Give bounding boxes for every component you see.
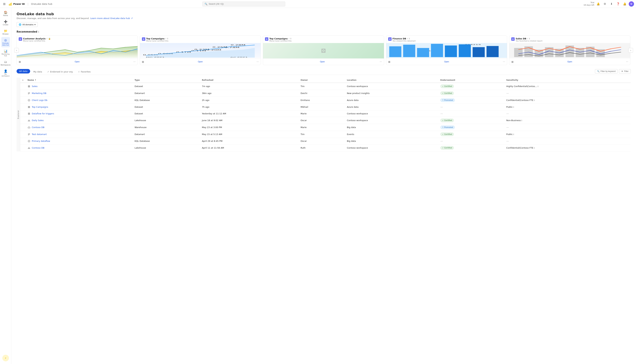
learn-more-link[interactable]: Learn more about OneLake data hub	[90, 17, 130, 20]
open-top-campaigns-2-button[interactable]: Open	[319, 60, 326, 64]
type-cell: Dataset	[133, 110, 200, 117]
breadcrumb-text: OneLake data hub	[31, 3, 52, 5]
recommended-info-icon: ℹ	[38, 30, 39, 33]
recommended-next-button[interactable]: ›	[628, 48, 633, 52]
app-launcher-icon[interactable]: ⊞	[2, 2, 7, 6]
more-options-button[interactable]: ···	[380, 60, 382, 63]
endorsement-cell: ↑ Promoted	[438, 124, 504, 131]
tab-all-data[interactable]: All data	[17, 69, 30, 74]
table-row: Daily Sales Lakehouse June 18 at 9:02 AM…	[20, 117, 631, 124]
item-name[interactable]: Dataflow for triggers	[32, 112, 54, 115]
refreshed-cell: 38m ago	[200, 90, 299, 97]
refreshed-cell: June 18 at 9:02 AM	[200, 117, 299, 124]
rec-card-subtitle: Mona Cane certified this	[146, 40, 259, 42]
table-row: Sales Dataset 7m ago Tim Contoso workspa…	[20, 83, 631, 90]
sidebar-item-workspaces[interactable]: 🗂 Workspaces	[1, 59, 10, 67]
sidebar-item-monitoring[interactable]: 📊 Monitoring hub	[1, 48, 10, 58]
expand-icon[interactable]: »	[22, 79, 24, 81]
sidebar-item-create[interactable]: ➕ Create	[1, 18, 10, 27]
item-name[interactable]: Contoso DB	[32, 126, 44, 128]
filter-keyword-button[interactable]: 🔍 Filter by keyword	[595, 69, 618, 74]
sensitivity-info-icon[interactable]: ℹ	[521, 119, 522, 122]
myworkspace-label: My workspace	[2, 73, 10, 77]
sensitivity-info-icon[interactable]: ℹ	[534, 147, 535, 149]
open-customer-analysis-button[interactable]: Open	[73, 60, 81, 64]
name-cell: Contoso DB	[26, 144, 133, 152]
more-options-button[interactable]: ···	[133, 60, 135, 63]
top-bar-actions: Trial 18 days left 🔔 ⚙ ⬇ ❓ 🔔 U	[583, 1, 634, 6]
filter-button[interactable]: ▼ Filter	[619, 69, 631, 74]
table-row: Client Logs Db KQL Database 2h ago Emili…	[20, 97, 631, 104]
sensitivity-cell: Confidential\Contoso FTE ℹ	[504, 97, 631, 104]
item-name[interactable]: Daily Sales	[32, 119, 44, 122]
svg-rect-26	[266, 40, 267, 40]
notification-icon[interactable]: 🔔	[595, 1, 601, 6]
sensitivity-info-icon[interactable]: ℹ	[534, 99, 535, 102]
open-top-campaigns-1-button[interactable]: Open	[197, 60, 204, 64]
owner-cell: Oscar	[299, 117, 345, 124]
explorer-sidebar[interactable]: Explorer	[17, 78, 20, 152]
sidebar-item-myworkspace[interactable]: 👤 My workspace	[1, 68, 10, 78]
myworkspace-icon: 👤	[4, 69, 8, 73]
sidebar-item-powerbi[interactable]: ⚡	[2, 355, 9, 361]
item-type-icon	[28, 119, 31, 122]
rec-card-subtitle: Mona Cane certified this	[269, 40, 382, 42]
item-name[interactable]: Test datamart	[32, 133, 47, 136]
sidebar-item-onelake[interactable]: ◎ OneLake data hub	[1, 37, 10, 47]
sensitivity-info-icon[interactable]: ℹ	[513, 133, 514, 136]
rec-card-footer: ▦ Open ···	[509, 58, 630, 65]
svg-rect-34	[417, 48, 429, 57]
table-filters: 🔍 Filter by keyword ▼ Filter	[595, 69, 631, 75]
expand-cell	[20, 97, 26, 104]
col-name-header[interactable]: Name ↑	[26, 78, 133, 83]
sidebar-item-home[interactable]: 🏠 Home	[1, 9, 10, 18]
svg-rect-29	[389, 40, 391, 40]
type-cell: Datamart	[133, 131, 200, 138]
info-icon: ℹ	[409, 38, 410, 40]
sensitivity-info-icon[interactable]: ℹ	[538, 85, 538, 88]
user-avatar[interactable]: U	[629, 1, 634, 6]
item-name[interactable]: Contoso DB	[32, 146, 44, 149]
item-name[interactable]: Marketing DB	[32, 92, 46, 94]
type-cell: Dataset	[133, 83, 200, 90]
certified-badge: ✓ Certified	[440, 132, 454, 136]
svg-rect-33	[403, 45, 415, 57]
rec-card-chart-placeholder: ⚄	[263, 43, 384, 58]
tab-my-data[interactable]: My data	[31, 69, 45, 74]
sensitivity-info-icon[interactable]: ℹ	[513, 106, 514, 108]
tab-favorites[interactable]: ☆ Favorites	[75, 69, 93, 74]
domain-filter-button[interactable]: 🌐 All domains ▾	[17, 22, 38, 27]
explorer-label: Explorer	[17, 110, 19, 119]
open-sales-db-button[interactable]: Open	[566, 60, 573, 64]
search-input[interactable]	[209, 3, 283, 5]
trial-badge: Trial 18 days left	[583, 2, 594, 6]
monitoring-label: Monitoring hub	[2, 53, 10, 57]
more-options-button[interactable]: ···	[626, 60, 628, 63]
svg-rect-11	[143, 40, 144, 40]
sidebar-item-browse[interactable]: 📁 Browse	[1, 28, 10, 36]
item-name[interactable]: Top Campaigns	[32, 106, 48, 108]
owner-cell: Oscar	[299, 138, 345, 144]
item-name[interactable]: Sales	[32, 85, 38, 88]
feedback-icon[interactable]: 🔔	[622, 1, 627, 6]
help-icon[interactable]: ❓	[615, 1, 621, 6]
refreshed-cell: April 11 at 11:56 AM	[200, 144, 299, 152]
open-finance-db-button[interactable]: Open	[443, 60, 450, 64]
domain-filter-icon: 🌐	[19, 23, 21, 26]
item-name[interactable]: Client Logs Db	[32, 99, 47, 102]
recommended-prev-button[interactable]: ‹	[14, 48, 19, 52]
svg-rect-10	[143, 39, 144, 40]
no-endorsement: —	[440, 140, 443, 142]
rec-card-chart: 0.28M 0.25M 0.23M 0.05M 0.06M 0.17M 0.11…	[140, 43, 261, 58]
settings-icon[interactable]: ⚙	[602, 1, 607, 6]
more-options-button[interactable]: ···	[256, 60, 259, 63]
browse-label: Browse	[3, 33, 9, 35]
more-options-button[interactable]: ···	[503, 60, 505, 63]
svg-text:0.28M: 0.28M	[230, 44, 245, 46]
tab-endorsed[interactable]: ✓ Endorsed in your org	[45, 69, 75, 74]
svg-rect-40	[512, 38, 514, 39]
onelake-icon: ◎	[4, 38, 7, 42]
download-icon[interactable]: ⬇	[609, 1, 614, 6]
svg-rect-61	[28, 108, 30, 108]
item-name[interactable]: Primary dataflow	[32, 140, 50, 142]
